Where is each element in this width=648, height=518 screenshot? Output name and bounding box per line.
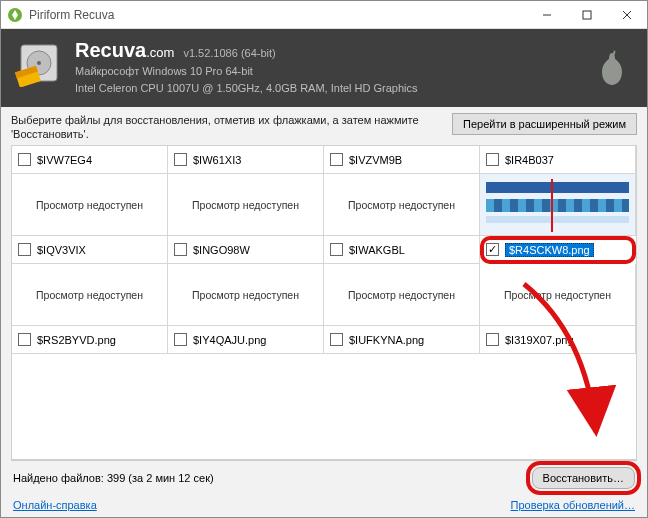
file-name: $IW61XI3 (193, 154, 241, 166)
app-icon (7, 7, 23, 23)
preview-cell: Просмотр недоступен (12, 264, 168, 326)
file-name: $IR4B037 (505, 154, 554, 166)
file-grid[interactable]: $IVW7EG4 $IW61XI3 $IVZVM9B $IR4B037 Прос… (11, 145, 637, 460)
file-name: $IY4QAJU.png (193, 334, 266, 346)
file-name: $INGO98W (193, 244, 250, 256)
file-cell[interactable]: $IY4QAJU.png (168, 326, 324, 354)
content-area: Выберите файлы для восстановления, отмет… (1, 107, 647, 517)
preview-cell: Просмотр недоступен (480, 264, 636, 326)
checkbox[interactable] (18, 153, 31, 166)
thumbnail-image (480, 174, 635, 235)
footer-links: Онлайн-справка Проверка обновлений… (11, 493, 637, 515)
preview-cell: Просмотр недоступен (324, 264, 480, 326)
file-name: $I319X07.png (505, 334, 574, 346)
titlebar: Piriform Recuva (1, 1, 647, 29)
file-cell[interactable]: $I319X07.png (480, 326, 636, 354)
checkbox[interactable] (486, 333, 499, 346)
app-window: Piriform Recuva Recuva.com v1.52.1086 (6… (0, 0, 648, 518)
piriform-logo-icon (591, 47, 633, 89)
file-cell[interactable]: $RS2BYVD.png (12, 326, 168, 354)
status-text: Найдено файлов: 399 (за 2 мин 12 сек) (13, 472, 532, 484)
recover-button[interactable]: Восстановить… (532, 467, 635, 489)
file-cell[interactable]: $IWAKGBL (324, 236, 480, 264)
file-cell[interactable]: $INGO98W (168, 236, 324, 264)
sys-info-2: Intel Celeron CPU 1007U @ 1.50GHz, 4.0GB… (75, 81, 418, 96)
file-name: $IVW7EG4 (37, 154, 92, 166)
checkbox[interactable] (174, 333, 187, 346)
preview-cell: Просмотр недоступен (324, 174, 480, 236)
preview-na: Просмотр недоступен (504, 289, 611, 301)
file-name: $IUFKYNA.png (349, 334, 424, 346)
instructions-text: Выберите файлы для восстановления, отмет… (11, 113, 444, 142)
file-cell-selected[interactable]: $R4SCKW8.png (480, 236, 636, 264)
svg-point-7 (37, 61, 41, 65)
brand-name: Recuva (75, 39, 146, 61)
advanced-mode-button[interactable]: Перейти в расширенный режим (452, 113, 637, 135)
preview-na: Просмотр недоступен (36, 289, 143, 301)
file-cell[interactable]: $IQV3VIX (12, 236, 168, 264)
file-cell[interactable]: $IR4B037 (480, 146, 636, 174)
checkbox[interactable] (174, 243, 187, 256)
checkbox[interactable] (486, 153, 499, 166)
brand-suffix: .com (146, 45, 174, 60)
close-button[interactable] (607, 1, 647, 29)
help-link[interactable]: Онлайн-справка (13, 499, 97, 511)
preview-na: Просмотр недоступен (348, 199, 455, 211)
file-cell[interactable]: $IW61XI3 (168, 146, 324, 174)
maximize-button[interactable] (567, 1, 607, 29)
preview-cell (480, 174, 636, 236)
checkbox[interactable] (330, 243, 343, 256)
file-name: $RS2BYVD.png (37, 334, 116, 346)
preview-na: Просмотр недоступен (36, 199, 143, 211)
file-cell[interactable]: $IVZVM9B (324, 146, 480, 174)
header-text: Recuva.com v1.52.1086 (64-bit) Майкрософ… (75, 39, 418, 97)
file-name: $IQV3VIX (37, 244, 86, 256)
hdd-icon (15, 39, 63, 87)
checkbox[interactable] (18, 243, 31, 256)
preview-na: Просмотр недоступен (348, 289, 455, 301)
checkbox-checked[interactable] (486, 243, 499, 256)
preview-na: Просмотр недоступен (192, 289, 299, 301)
window-title: Piriform Recuva (29, 8, 527, 22)
updates-link[interactable]: Проверка обновлений… (511, 499, 635, 511)
header-banner: Recuva.com v1.52.1086 (64-bit) Майкрософ… (1, 29, 647, 107)
sys-info-1: Майкрософт Windows 10 Pro 64-bit (75, 64, 418, 79)
checkbox[interactable] (330, 333, 343, 346)
preview-cell: Просмотр недоступен (12, 174, 168, 236)
preview-na: Просмотр недоступен (192, 199, 299, 211)
file-name: $IWAKGBL (349, 244, 405, 256)
checkbox[interactable] (18, 333, 31, 346)
preview-cell: Просмотр недоступен (168, 264, 324, 326)
version-label: v1.52.1086 (64-bit) (183, 47, 275, 59)
status-bar: Найдено файлов: 399 (за 2 мин 12 сек) Во… (11, 460, 637, 493)
file-name-selected: $R4SCKW8.png (505, 243, 594, 257)
minimize-button[interactable] (527, 1, 567, 29)
file-cell[interactable]: $IUFKYNA.png (324, 326, 480, 354)
preview-cell: Просмотр недоступен (168, 174, 324, 236)
file-name: $IVZVM9B (349, 154, 402, 166)
checkbox[interactable] (330, 153, 343, 166)
file-cell[interactable]: $IVW7EG4 (12, 146, 168, 174)
checkbox[interactable] (174, 153, 187, 166)
svg-rect-2 (583, 11, 591, 19)
